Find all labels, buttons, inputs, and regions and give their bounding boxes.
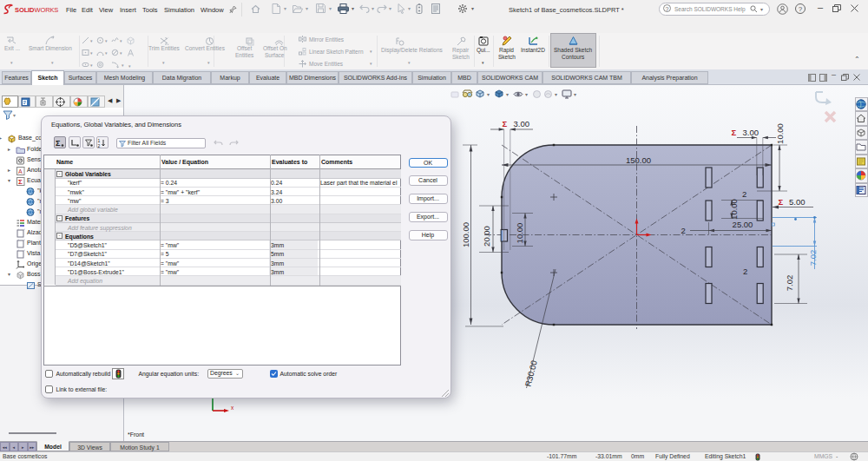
svg-text:Σ: Σ <box>503 119 508 128</box>
svg-text:R30.00: R30.00 <box>523 359 539 387</box>
svg-text:10.00: 10.00 <box>775 123 785 144</box>
svg-text:Σ: Σ <box>779 197 784 207</box>
svg-text:2: 2 <box>98 142 101 148</box>
svg-text:Σ: Σ <box>18 178 23 186</box>
svg-text:150.00: 150.00 <box>626 155 651 165</box>
svg-text:3.00: 3.00 <box>743 128 760 137</box>
svg-text:10.00: 10.00 <box>729 199 739 220</box>
svg-text:3.00: 3.00 <box>514 119 530 128</box>
svg-text:x: x <box>231 405 234 411</box>
svg-text:7.02: 7.02 <box>808 250 818 267</box>
svg-text:A: A <box>18 168 23 175</box>
svg-text:Σ: Σ <box>732 128 737 137</box>
svg-text:2: 2 <box>743 267 747 276</box>
svg-text:5.00: 5.00 <box>789 197 806 207</box>
svg-text:25.00: 25.00 <box>733 220 753 229</box>
svg-text:Σ: Σ <box>56 139 61 148</box>
svg-text:100.00: 100.00 <box>461 222 470 247</box>
svg-text:2: 2 <box>742 189 746 199</box>
svg-text:7.02: 7.02 <box>785 275 794 292</box>
svg-text:2: 2 <box>681 226 686 235</box>
svg-text:10.00: 10.00 <box>515 223 524 244</box>
svg-text:20.00: 20.00 <box>482 226 491 247</box>
